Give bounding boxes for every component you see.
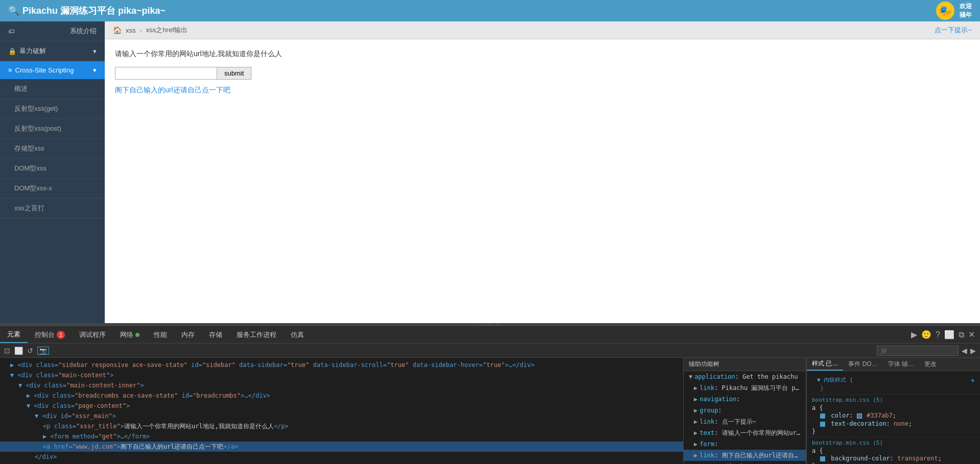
devtools-tab-performance[interactable]: 性能 [147,326,174,343]
sidebar-item-intro[interactable]: 🏷 系统介绍 [0,21,105,41]
devtools-close-icon[interactable]: ✕ [968,330,975,339]
color-swatch-337ab7 [857,413,862,419]
chevron-down-icon: ▾ [93,47,97,55]
welcome-text: 欢迎 骚年 [960,2,972,19]
style-checkbox-text-decoration[interactable] [820,422,825,427]
style-close-1: } [812,428,975,435]
devtools-tab-elements[interactable]: 元素 [0,326,28,343]
devtools-tab-network[interactable]: 网络 [113,326,147,343]
devtools-tab-console[interactable]: 控制台 1 [28,326,72,343]
styles-tab-styles[interactable]: 样式 已… [807,358,843,371]
inspect-element-icon[interactable]: ⊡ [4,347,10,355]
sidebar-sub-item-xss-dom-x[interactable]: DOM型xss-x [0,179,105,199]
html-line-0[interactable]: ▶ <div class="sidebar responsive ace-sav… [0,360,683,370]
styles-tabs: 样式 已… 事件 DO… 字体 辅… 更改 [807,358,980,371]
devtools-dock-icon[interactable]: ⬜ [944,330,954,339]
html-line-1[interactable]: ▼ <div class="main-content"> [0,370,683,380]
html-line-10[interactable]: </div> [0,462,683,464]
sidebar-sub-item-xss-blind[interactable]: xss之盲打 [0,199,105,218]
devtools-tab-emulation[interactable]: 仿真 [284,326,311,343]
aux-item-5[interactable]: ▶text: 请输入一个你常用的网站url… [684,427,806,438]
next-match-icon[interactable]: ▶ [970,347,976,355]
devtools-panel: 元素 控制台 1 调试程序 网络 性能 内存 存储 服务工作进程 仿真 ▶ [0,325,980,464]
devtools-undock-icon[interactable]: ⧉ [959,330,964,339]
html-line-2[interactable]: ▼ <div class="main-content-inner"> [0,380,683,390]
submit-button[interactable]: submit [217,67,251,80]
sidebar-sub-item-xss-dom[interactable]: DOM型xss [0,159,105,179]
prev-match-icon[interactable]: ◀ [962,347,967,355]
top-header: 🔍 Pikachu 漏洞练习平台 pika~pika~ 🎭 欢迎 骚年 [0,0,980,21]
style-rule-text-decoration: text-decoration: none; [812,420,975,428]
welcome-area: 🎭 欢迎 骚年 [936,2,972,20]
sidebar-sub-item-xss-post[interactable]: 反射型xss(post) [0,119,105,139]
screenshot-icon[interactable]: 📷 [37,347,49,355]
page-instruction: 请输入一个你常用的网站url地址,我就知道你是什么人 [115,50,970,59]
devtools-tab-storage[interactable]: 存储 [202,326,229,343]
devtools-help-icon[interactable]: ? [936,330,940,339]
html-line-3[interactable]: ▶ <div class="breadcrumbs ace-save-state… [0,390,683,401]
console-badge: 1 [57,331,65,339]
devtools-execute-icon[interactable]: ▶ [911,330,917,339]
style-checkbox-color[interactable] [820,413,825,419]
main-layout: 🏷 系统介绍 🔒 暴力破解 ▾ ≡ Cross-Site Scripting ▾… [0,21,980,323]
hint-link[interactable]: 点一下提示~ [935,26,972,35]
xss-href-link[interactable]: 阁下自己输入的url还请自己点一下吧 [115,86,230,94]
styles-content: ▼ 内联样式 { + } bootstrap.min.css (5) a { c… [807,371,980,464]
style-checkbox-bg[interactable] [820,456,825,461]
devtools-tab-service-worker[interactable]: 服务工作进程 [229,326,284,343]
aux-item-6[interactable]: ▶form: [684,438,806,450]
devtools-tab-memory[interactable]: 内存 [174,326,202,343]
devtools-emoji-icon[interactable]: 🙂 [921,330,931,339]
sidebar: 🏷 系统介绍 🔒 暴力破解 ▾ ≡ Cross-Site Scripting ▾… [0,21,105,323]
aux-item-4[interactable]: ▶link: 点一下提示~ [684,416,806,427]
aux-item-1[interactable]: ▶link: Pikachu 漏洞练习平台 pik… [684,382,806,394]
styles-tab-changes[interactable]: 更改 [919,358,942,371]
add-style-btn[interactable]: + [971,376,975,384]
html-line-8[interactable]: <a href="www.jd.com">阁下自己输入的url还请自己点一下吧<… [0,442,683,452]
device-toolbar-icon[interactable]: ⬜ [14,347,23,355]
style-source-2[interactable]: bootstrap.min.css (5) [812,439,975,446]
html-line-4[interactable]: ▼ <div class="page-content"> [0,401,683,411]
devtools-toolbar: ⊡ ⬜ ↺ 📷 ◀ ▶ [0,344,980,358]
list-icon: ≡ [8,66,12,74]
html-line-6[interactable]: <p class="xssr_title">请输入一个你常用的网站url地址,我… [0,421,683,431]
style-source-1[interactable]: bootstrap.min.css (5) [812,397,975,403]
aux-panel-content: ▼application: Get the pikachu ▶link: Pik… [684,371,806,464]
styles-tab-events[interactable]: 事件 DO… [843,358,882,371]
aux-item-0[interactable]: ▼application: Get the pikachu [684,371,806,382]
aux-item-2[interactable]: ▶navigation: [684,394,806,405]
html-panel: ▶ <div class="sidebar responsive ace-sav… [0,358,683,464]
content-area: 🏠 xss › xss之href输出 点一下提示~ 请输入一个你常用的网站url… [105,21,980,323]
devtools-right-icons: ▶ 🙂 ? ⬜ ⧉ ✕ [911,330,980,339]
devtools-search-input[interactable] [877,346,959,356]
devtools-tab-debugger[interactable]: 调试程序 [72,326,113,343]
right-panels: 辅助功能树 ▼application: Get the pikachu ▶lin… [684,358,980,464]
devtools-body: ▶ <div class="sidebar responsive ace-sav… [0,358,980,464]
html-line-5[interactable]: ▼ <div id="xssr_main"> [0,411,683,421]
devtools-tabs: 元素 控制台 1 调试程序 网络 性能 内存 存储 服务工作进程 仿真 ▶ [0,326,980,344]
style-section-a-1: bootstrap.min.css (5) a { color: #337ab7… [807,395,980,437]
style-section-a-2: bootstrap.min.css (5) a { background-col… [807,437,980,464]
url-input[interactable] [115,67,217,80]
url-form: submit [115,67,970,80]
styles-tab-fonts[interactable]: 字体 辅… [883,358,919,371]
refresh-icon[interactable]: ↺ [27,347,33,355]
breadcrumb-current: xss之href输出 [146,26,188,35]
sidebar-sub-item-overview[interactable]: 概述 [0,79,105,99]
html-line-9[interactable]: </div> [0,452,683,462]
sidebar-sub-item-xss-stored[interactable]: 存储型xss [0,139,105,159]
sidebar-item-xss[interactable]: ≡ Cross-Site Scripting ▾ [0,61,105,79]
aux-item-3[interactable]: ▶group: [684,405,806,416]
aux-item-7[interactable]: ▶link: 阁下自己输入的url还请自己… [684,450,806,461]
style-section-inline: ▼ 内联样式 { + } [807,373,980,395]
sidebar-item-bruteforce[interactable]: 🔒 暴力破解 ▾ [0,41,105,61]
aux-panel: 辅助功能树 ▼application: Get the pikachu ▶lin… [684,358,806,464]
aux-item-8[interactable]: text: Pikachu PIKA~ PIKA~® ru… [684,461,806,464]
breadcrumb-xss[interactable]: xss [126,27,136,34]
styles-panel: 样式 已… 事件 DO… 字体 辅… 更改 [807,358,980,464]
aux-panel-header: 辅助功能树 [684,358,806,371]
style-rule-color: color: #337ab7; [812,411,975,420]
sidebar-sub-item-xss-get[interactable]: 反射型xss(get) [0,99,105,119]
app-title: Pikachu 漏洞练习平台 pika~pika~ [22,5,166,17]
html-line-7[interactable]: ▶ <form method="get">…</form> [0,431,683,442]
